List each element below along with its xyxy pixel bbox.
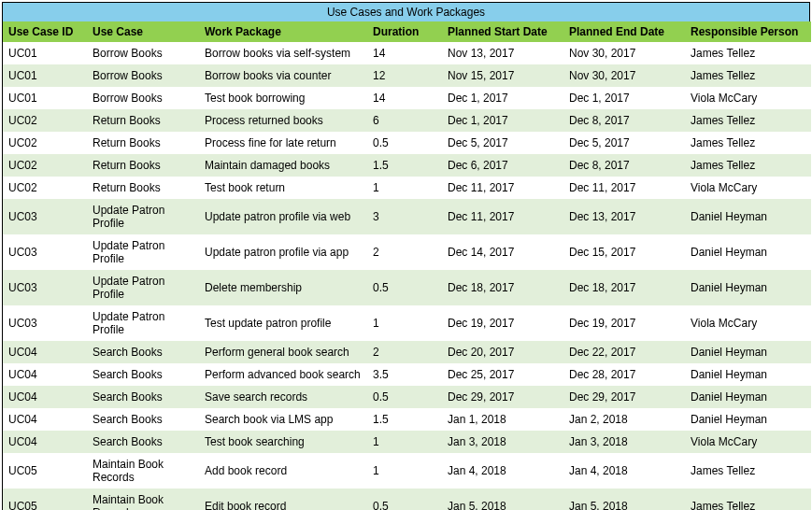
- cell-planned-end: Dec 15, 2017: [563, 234, 685, 270]
- cell-use-case-id: UC03: [3, 305, 87, 341]
- table-row: UC02Return BooksProcess returned books6D…: [3, 109, 811, 132]
- cell-use-case-id: UC04: [3, 386, 87, 408]
- cell-planned-end: Jan 5, 2018: [563, 489, 685, 510]
- cell-duration: 1: [367, 305, 442, 341]
- cell-work-package: Process returned books: [199, 109, 367, 132]
- cell-work-package: Delete membership: [199, 270, 367, 305]
- cell-use-case: Maintain Book Records: [87, 489, 199, 510]
- cell-duration: 2: [367, 341, 442, 363]
- cell-planned-end: Dec 1, 2017: [563, 87, 685, 109]
- col-duration: Duration: [367, 21, 442, 42]
- table-row: UC04Search BooksPerform advanced book se…: [3, 363, 811, 386]
- cell-responsible: Viola McCary: [685, 87, 811, 109]
- cell-work-package: Update patron profile via web: [199, 199, 367, 234]
- cell-responsible: James Tellez: [685, 489, 811, 510]
- cell-planned-end: Dec 13, 2017: [563, 199, 685, 234]
- cell-responsible: Daniel Heyman: [685, 363, 811, 386]
- cell-use-case: Search Books: [87, 341, 199, 363]
- cell-planned-end: Dec 8, 2017: [563, 109, 685, 132]
- cell-planned-start: Dec 25, 2017: [442, 363, 563, 386]
- cell-work-package: Test book borrowing: [199, 87, 367, 109]
- cell-use-case-id: UC05: [3, 489, 87, 510]
- cell-use-case-id: UC02: [3, 177, 87, 199]
- cell-planned-start: Dec 11, 2017: [442, 177, 563, 199]
- cell-duration: 3: [367, 199, 442, 234]
- table-row: UC05Maintain Book RecordsAdd book record…: [3, 453, 811, 489]
- table-header-row: Use Case ID Use Case Work Package Durati…: [3, 21, 811, 42]
- table-row: UC03Update Patron ProfileDelete membersh…: [3, 270, 811, 305]
- cell-use-case: Update Patron Profile: [87, 234, 199, 270]
- cell-use-case: Update Patron Profile: [87, 305, 199, 341]
- cell-use-case: Return Books: [87, 109, 199, 132]
- cell-responsible: James Tellez: [685, 42, 811, 64]
- cell-duration: 1.5: [367, 408, 442, 431]
- cell-use-case-id: UC02: [3, 154, 87, 177]
- cell-work-package: Borrow books via counter: [199, 64, 367, 87]
- cell-duration: 0.5: [367, 386, 442, 408]
- cell-planned-end: Dec 18, 2017: [563, 270, 685, 305]
- cell-use-case: Borrow Books: [87, 87, 199, 109]
- cell-responsible: Viola McCary: [685, 177, 811, 199]
- cell-planned-end: Jan 2, 2018: [563, 408, 685, 431]
- cell-use-case-id: UC01: [3, 42, 87, 64]
- cell-planned-start: Dec 1, 2017: [442, 87, 563, 109]
- table-row: UC02Return BooksMaintain damaged books1.…: [3, 154, 811, 177]
- cell-planned-end: Dec 19, 2017: [563, 305, 685, 341]
- cell-responsible: James Tellez: [685, 154, 811, 177]
- cell-planned-end: Nov 30, 2017: [563, 42, 685, 64]
- cell-duration: 3.5: [367, 363, 442, 386]
- cell-responsible: Daniel Heyman: [685, 234, 811, 270]
- table-row: UC04Search BooksSearch book via LMS app1…: [3, 408, 811, 431]
- cell-use-case: Return Books: [87, 154, 199, 177]
- cell-work-package: Add book record: [199, 453, 367, 489]
- table-row: UC01Borrow BooksBorrow books via self-sy…: [3, 42, 811, 64]
- cell-use-case: Search Books: [87, 408, 199, 431]
- table-row: UC05Maintain Book RecordsEdit book recor…: [3, 489, 811, 510]
- cell-use-case: Borrow Books: [87, 42, 199, 64]
- cell-duration: 14: [367, 42, 442, 64]
- cell-use-case-id: UC04: [3, 363, 87, 386]
- use-cases-table: Use Case ID Use Case Work Package Durati…: [3, 21, 811, 510]
- cell-duration: 12: [367, 64, 442, 87]
- cell-planned-start: Nov 13, 2017: [442, 42, 563, 64]
- cell-duration: 0.5: [367, 489, 442, 510]
- cell-use-case: Borrow Books: [87, 64, 199, 87]
- cell-work-package: Update patron profile via app: [199, 234, 367, 270]
- cell-planned-end: Dec 28, 2017: [563, 363, 685, 386]
- cell-planned-start: Nov 15, 2017: [442, 64, 563, 87]
- table-row: UC03Update Patron ProfileTest update pat…: [3, 305, 811, 341]
- cell-duration: 14: [367, 87, 442, 109]
- cell-planned-end: Dec 11, 2017: [563, 177, 685, 199]
- cell-use-case-id: UC02: [3, 109, 87, 132]
- table-row: UC04Search BooksSave search records0.5De…: [3, 386, 811, 408]
- cell-duration: 1: [367, 453, 442, 489]
- cell-responsible: Daniel Heyman: [685, 270, 811, 305]
- table-row: UC03Update Patron ProfileUpdate patron p…: [3, 234, 811, 270]
- table-row: UC04Search BooksTest book searching1Jan …: [3, 431, 811, 453]
- cell-work-package: Save search records: [199, 386, 367, 408]
- cell-duration: 1: [367, 177, 442, 199]
- cell-planned-start: Dec 5, 2017: [442, 132, 563, 154]
- cell-use-case: Search Books: [87, 386, 199, 408]
- cell-responsible: Viola McCary: [685, 431, 811, 453]
- cell-use-case-id: UC05: [3, 453, 87, 489]
- table-row: UC03Update Patron ProfileUpdate patron p…: [3, 199, 811, 234]
- cell-use-case: Search Books: [87, 431, 199, 453]
- table-row: UC02Return BooksProcess fine for late re…: [3, 132, 811, 154]
- cell-duration: 6: [367, 109, 442, 132]
- cell-planned-start: Dec 1, 2017: [442, 109, 563, 132]
- cell-use-case: Maintain Book Records: [87, 453, 199, 489]
- cell-use-case-id: UC02: [3, 132, 87, 154]
- cell-responsible: Daniel Heyman: [685, 386, 811, 408]
- cell-use-case: Update Patron Profile: [87, 270, 199, 305]
- cell-planned-end: Dec 8, 2017: [563, 154, 685, 177]
- cell-duration: 0.5: [367, 132, 442, 154]
- cell-use-case-id: UC04: [3, 408, 87, 431]
- table-row: UC01Borrow BooksBorrow books via counter…: [3, 64, 811, 87]
- cell-work-package: Test book return: [199, 177, 367, 199]
- cell-planned-end: Jan 3, 2018: [563, 431, 685, 453]
- cell-use-case-id: UC03: [3, 199, 87, 234]
- cell-duration: 0.5: [367, 270, 442, 305]
- cell-use-case-id: UC03: [3, 234, 87, 270]
- cell-use-case: Search Books: [87, 363, 199, 386]
